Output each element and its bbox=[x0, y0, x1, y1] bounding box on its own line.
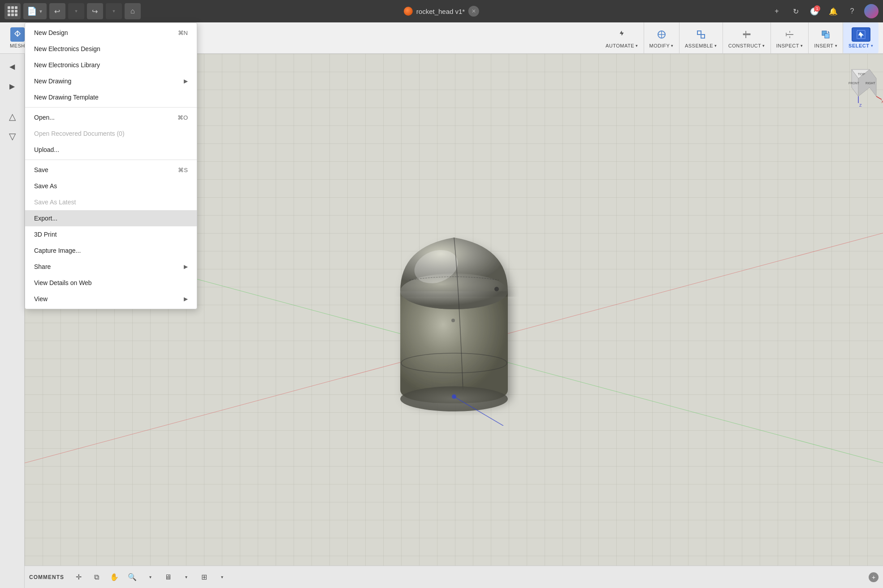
menu-item-save[interactable]: Save ⌘S bbox=[25, 162, 197, 178]
zoom-icon-btn[interactable]: 🔍 bbox=[125, 570, 139, 584]
menu-item-save-as[interactable]: Save As bbox=[25, 178, 197, 194]
assemble-section: ASSEMBLE ▾ bbox=[680, 22, 723, 53]
menu-item-new-electronics-design[interactable]: New Electronics Design bbox=[25, 41, 197, 57]
menu-divider-1 bbox=[25, 107, 197, 108]
title-bar: 📄 ▼ ↩ ▼ ↪ ▼ ⌂ rocket_head v1* ✕ + ↻ 🕐 1 bbox=[0, 0, 883, 22]
display-dropdown-btn[interactable]: ▾ bbox=[179, 570, 193, 584]
svg-text:TOP: TOP bbox=[858, 72, 865, 76]
app-menu-button[interactable] bbox=[4, 3, 21, 19]
menu-item-open[interactable]: Open... ⌘O bbox=[25, 109, 197, 125]
assemble-tool-1[interactable] bbox=[694, 27, 708, 42]
menu-item-new-drawing[interactable]: New Drawing ▶ bbox=[25, 73, 197, 89]
pan-icon-btn[interactable]: ✋ bbox=[107, 570, 121, 584]
undo-button[interactable]: ↩ bbox=[49, 3, 65, 19]
zoom-dropdown-btn[interactable]: ▾ bbox=[143, 570, 157, 584]
view-cube[interactable]: TOP FRONT RIGHT Z X bbox=[838, 63, 874, 99]
inspect-tool-1[interactable] bbox=[783, 27, 797, 42]
construct-label-text: CONSTRUCT bbox=[728, 43, 762, 48]
automate-arrow: ▾ bbox=[636, 43, 638, 48]
add-comment-button[interactable]: + bbox=[869, 572, 879, 582]
automate-tool-1[interactable] bbox=[615, 27, 629, 42]
select-label-text: SELECT bbox=[848, 43, 869, 48]
copy-icon-btn[interactable]: ⧉ bbox=[89, 570, 104, 584]
menu-item-export[interactable]: Export... bbox=[25, 210, 197, 226]
modify-arrow: ▾ bbox=[671, 43, 674, 48]
3d-object bbox=[364, 193, 544, 426]
file-menu-button[interactable]: 📄 ▼ bbox=[23, 3, 47, 19]
menu-item-new-drawing-template[interactable]: New Drawing Template bbox=[25, 89, 197, 105]
menu-item-view[interactable]: View ▶ bbox=[25, 291, 197, 307]
menu-item-new-electronics-library[interactable]: New Electronics Library bbox=[25, 57, 197, 73]
construct-tool-1[interactable] bbox=[740, 27, 754, 42]
share-submenu-arrow: ▶ bbox=[184, 264, 188, 270]
insert-tool-1[interactable] bbox=[818, 27, 833, 42]
grid-dropdown-icon: ▾ bbox=[221, 575, 223, 579]
automate-tools bbox=[615, 27, 629, 42]
zoom-in-icon: △ bbox=[9, 111, 16, 122]
redo-button[interactable]: ↪ bbox=[87, 3, 103, 19]
zoom-out-icon: ▽ bbox=[9, 131, 16, 142]
grid-view-btn[interactable]: ⊞ bbox=[197, 570, 211, 584]
comments-label: COMMENTS bbox=[29, 574, 64, 580]
svg-point-28 bbox=[400, 273, 508, 309]
grid-dropdown-btn[interactable]: ▾ bbox=[215, 570, 229, 584]
select-label: SELECT ▾ bbox=[848, 43, 873, 48]
notification-button[interactable]: 🔔 bbox=[827, 4, 840, 18]
menu-item-share[interactable]: Share ▶ bbox=[25, 259, 197, 275]
svg-text:RIGHT: RIGHT bbox=[866, 82, 876, 85]
view-submenu-arrow: ▶ bbox=[184, 296, 188, 302]
sidebar-nav-back[interactable]: ◀ bbox=[3, 57, 21, 75]
svg-rect-15 bbox=[701, 35, 705, 38]
menu-item-open-shortcut: ⌘O bbox=[177, 114, 188, 121]
menu-item-open-label: Open... bbox=[34, 114, 55, 121]
menu-item-view-details[interactable]: View Details on Web bbox=[25, 275, 197, 291]
redo-dropdown[interactable]: ▼ bbox=[106, 3, 122, 19]
user-avatar[interactable] bbox=[864, 4, 879, 18]
modify-tool-1[interactable] bbox=[654, 27, 669, 42]
svg-rect-16 bbox=[743, 34, 750, 35]
clock-button[interactable]: 🕐 1 bbox=[808, 4, 821, 18]
menu-item-capture-image[interactable]: Capture Image... bbox=[25, 242, 197, 259]
clock-badge: 1 bbox=[814, 5, 820, 12]
svg-text:FRONT: FRONT bbox=[848, 82, 860, 85]
svg-point-33 bbox=[494, 287, 499, 291]
expand-icon: ▶ bbox=[9, 82, 15, 91]
mesh-label: MESH bbox=[10, 43, 25, 48]
menu-item-save-label: Save bbox=[34, 166, 48, 173]
insert-label: INSERT ▾ bbox=[814, 43, 837, 48]
construct-label: CONSTRUCT ▾ bbox=[728, 43, 765, 48]
home-icon: ⌂ bbox=[130, 7, 135, 15]
sidebar-expand[interactable]: ▶ bbox=[3, 77, 21, 95]
refresh-button[interactable]: ↻ bbox=[789, 4, 802, 18]
home-button[interactable]: ⌂ bbox=[125, 3, 141, 19]
help-button[interactable]: ? bbox=[845, 4, 859, 18]
transform-icon-btn[interactable]: ✛ bbox=[71, 570, 86, 584]
menu-item-3d-print[interactable]: 3D Print bbox=[25, 226, 197, 242]
select-tool-1[interactable] bbox=[852, 27, 870, 42]
inspect-section: INSPECT ▾ bbox=[771, 22, 809, 53]
mesh-tool-1[interactable] bbox=[10, 27, 25, 42]
menu-item-upload[interactable]: Upload... bbox=[25, 142, 197, 158]
copy-icon: ⧉ bbox=[94, 573, 99, 581]
new-tab-button[interactable]: + bbox=[770, 4, 783, 18]
svg-point-34 bbox=[451, 319, 455, 322]
file-menu-arrow: ▼ bbox=[39, 9, 43, 14]
menu-item-new-design[interactable]: New Design ⌘N bbox=[25, 25, 197, 41]
menu-item-open-recovered-label: Open Recovered Documents (0) bbox=[34, 130, 125, 137]
sidebar-zoom-in[interactable]: △ bbox=[3, 108, 21, 125]
close-tab-button[interactable]: ✕ bbox=[468, 6, 479, 17]
zoom-dropdown-icon: ▾ bbox=[149, 575, 151, 579]
display-icon-btn[interactable]: 🖥 bbox=[161, 570, 175, 584]
sidebar-zoom-out[interactable]: ▽ bbox=[3, 127, 21, 145]
menu-item-save-as-latest: Save As Latest bbox=[25, 194, 197, 210]
menu-item-new-drawing-label: New Drawing bbox=[34, 78, 71, 85]
menu-item-save-as-latest-label: Save As Latest bbox=[34, 199, 76, 206]
undo-dropdown[interactable]: ▼ bbox=[68, 3, 84, 19]
zoom-icon: 🔍 bbox=[128, 573, 137, 581]
inspect-tools bbox=[783, 27, 797, 42]
menu-item-open-recovered: Open Recovered Documents (0) bbox=[25, 125, 197, 142]
menu-item-new-electronics-design-label: New Electronics Design bbox=[34, 45, 100, 52]
undo-icon: ↩ bbox=[54, 7, 60, 16]
display-icon: 🖥 bbox=[164, 573, 172, 581]
insert-label-text: INSERT bbox=[814, 43, 833, 48]
